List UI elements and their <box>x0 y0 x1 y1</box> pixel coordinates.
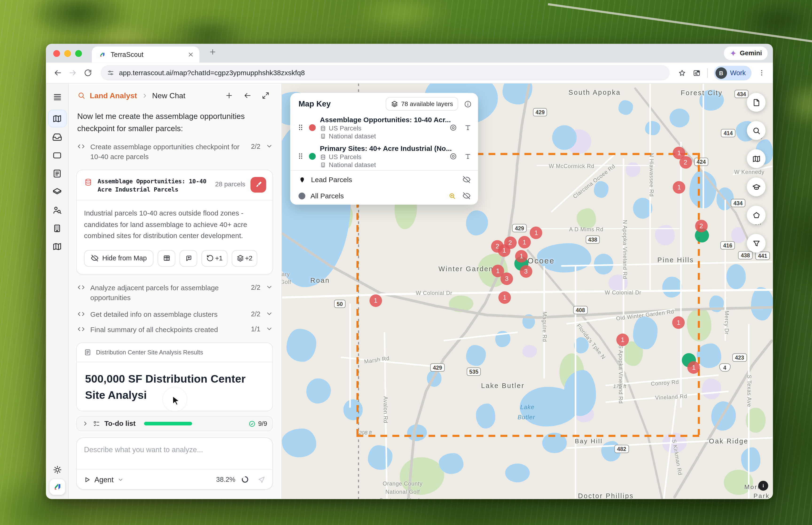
close-window-button[interactable] <box>53 50 60 57</box>
back-button[interactable] <box>53 69 62 77</box>
basemap-tool-button[interactable] <box>747 149 766 168</box>
assemblage-cluster-marker[interactable]: 1 <box>672 317 685 329</box>
todo-progress-bar <box>144 422 192 425</box>
nav-inbox[interactable] <box>48 128 66 145</box>
side-panel-icon[interactable] <box>692 69 701 77</box>
new-chat-button[interactable] <box>225 91 233 100</box>
assemblage-cluster-marker[interactable]: 2 <box>695 220 707 232</box>
available-layers-chip[interactable]: 78 available layers <box>386 97 458 111</box>
assemblage-cluster-marker[interactable]: 1 <box>369 295 382 307</box>
label-toggle-icon[interactable] <box>464 123 472 131</box>
gemini-sparkle-icon <box>729 49 737 57</box>
divider <box>290 170 478 170</box>
label-toggle-icon[interactable] <box>464 152 472 160</box>
layers-button[interactable]: +2 <box>231 250 257 267</box>
nav-people-search[interactable] <box>48 201 66 218</box>
checkpoint-row[interactable]: Create assemblage opportunities checkpoi… <box>69 134 281 162</box>
assemblage-cluster-marker[interactable]: 1 <box>498 244 510 257</box>
send-button[interactable] <box>257 475 266 484</box>
table-view-button[interactable] <box>158 250 175 267</box>
nav-documents[interactable] <box>48 165 66 182</box>
lead-parcels-row[interactable]: Lead Parcels <box>298 173 471 186</box>
zoom-to-layer-icon[interactable] <box>448 192 456 199</box>
assemblage-cluster-marker[interactable]: 1 <box>616 334 629 346</box>
map-canvas[interactable]: South ApopkaForest CityOcoeeWinter Garde… <box>282 84 773 499</box>
eye-off-icon[interactable] <box>462 192 471 200</box>
chat-input[interactable]: Describe what you want to analyze... Age… <box>76 437 273 490</box>
gemini-badge[interactable]: Gemini <box>724 46 768 60</box>
collapse-panel-button[interactable] <box>243 91 251 100</box>
assemblage-cluster-marker[interactable]: 3 <box>501 273 513 285</box>
map-key-layer-row[interactable]: Assemblage Opportunities: 10-40 Acr... U… <box>296 115 472 140</box>
chevron-down-icon[interactable] <box>266 283 273 291</box>
browser-menu-icon[interactable] <box>758 69 765 77</box>
checkpoint-row[interactable]: Get detailed info on assemblage clusters… <box>69 303 281 320</box>
zoom-window-button[interactable] <box>75 50 82 57</box>
drag-handle-icon[interactable] <box>296 123 305 132</box>
visibility-toggle-icon[interactable] <box>449 152 457 160</box>
attribution-info-button[interactable] <box>758 481 768 491</box>
nav-map[interactable] <box>48 110 66 127</box>
comment-button[interactable] <box>180 250 198 267</box>
chevron-down-icon[interactable] <box>117 476 124 483</box>
history-button[interactable]: +1 <box>202 250 227 267</box>
road-shield: 4 <box>719 363 731 372</box>
assemblage-cluster-marker[interactable]: 1 <box>688 361 700 373</box>
filter-tool-button[interactable] <box>747 234 766 253</box>
assemblage-cluster-marker[interactable]: 1 <box>673 181 685 194</box>
close-tab-icon[interactable] <box>187 51 194 58</box>
chevron-right-icon[interactable] <box>82 420 89 427</box>
nav-packages[interactable] <box>48 183 66 200</box>
map-road-label: S Texas Ave <box>746 375 753 407</box>
assemblage-cluster-marker[interactable]: 1 <box>530 226 542 239</box>
mode-selector[interactable]: Agent <box>94 475 113 484</box>
chevron-down-icon[interactable] <box>266 142 273 149</box>
assemblage-cluster-marker[interactable]: 1 <box>499 291 511 304</box>
drag-handle-icon[interactable] <box>296 152 305 160</box>
chevron-down-icon[interactable] <box>266 326 273 333</box>
minimize-window-button[interactable] <box>64 50 71 57</box>
nav-buildings[interactable] <box>48 220 66 236</box>
eye-off-icon[interactable] <box>462 175 471 184</box>
map-town-label: Oak Ridge <box>709 437 748 445</box>
draw-polygon-tool-button[interactable] <box>747 206 766 224</box>
breadcrumb-agent[interactable]: Land Analyst <box>90 91 137 100</box>
checkpoint-row[interactable]: Analyze adjacent parcels for assemblage … <box>69 274 281 303</box>
nav-comments[interactable] <box>48 147 66 163</box>
address-bar[interactable]: app.terrascout.ai/map?chatId=cgpz3ypmupp… <box>101 65 670 80</box>
assemblage-cluster-marker[interactable]: 1 <box>518 236 531 249</box>
menu-button[interactable] <box>48 89 66 106</box>
map-road <box>282 293 381 298</box>
browser-tab[interactable]: TerraScout <box>92 46 199 63</box>
todo-list-bar[interactable]: To-do list 9/9 <box>76 416 273 431</box>
forward-button[interactable] <box>68 69 77 77</box>
all-parcels-row[interactable]: All Parcels <box>298 189 471 202</box>
doc-tool-button[interactable] <box>747 93 766 111</box>
map-road-label: A D Mims Rd <box>569 226 603 232</box>
learn-tool-button[interactable] <box>747 177 766 196</box>
checkpoint-label: Get detailed info on assemblage clusters <box>90 310 244 320</box>
theme-toggle[interactable] <box>52 465 62 475</box>
assemblage-cluster-marker[interactable]: 2 <box>679 156 692 169</box>
reload-button[interactable] <box>83 69 92 77</box>
hide-from-map-button[interactable]: Hide from Map <box>84 250 154 267</box>
search-tool-button[interactable] <box>747 121 766 140</box>
visibility-toggle-icon[interactable] <box>449 123 457 131</box>
road-shield: 424 <box>694 158 708 166</box>
map-residential-area <box>523 345 537 358</box>
new-tab-button[interactable] <box>209 48 216 56</box>
style-layer-button[interactable] <box>250 177 266 193</box>
site-settings-icon[interactable] <box>107 69 114 76</box>
layer-dataset: National dataset <box>329 133 376 140</box>
bookmark-icon[interactable] <box>678 69 686 77</box>
nav-map-layers[interactable] <box>48 238 66 255</box>
map-key-layer-row[interactable]: Primary Sites: 40+ Acre Industrial (No..… <box>296 144 472 169</box>
assemblage-cluster-marker[interactable]: 1 <box>515 250 528 262</box>
info-icon[interactable] <box>464 100 472 108</box>
checkpoint-row[interactable]: Final summary of all checkpoints created… <box>69 320 281 335</box>
profile-chip[interactable]: B Work <box>714 65 751 80</box>
assemblage-cluster-marker[interactable]: 3 <box>520 265 532 278</box>
map-lake <box>645 121 660 135</box>
expand-panel-button[interactable] <box>261 91 270 100</box>
chevron-down-icon[interactable] <box>266 310 273 317</box>
